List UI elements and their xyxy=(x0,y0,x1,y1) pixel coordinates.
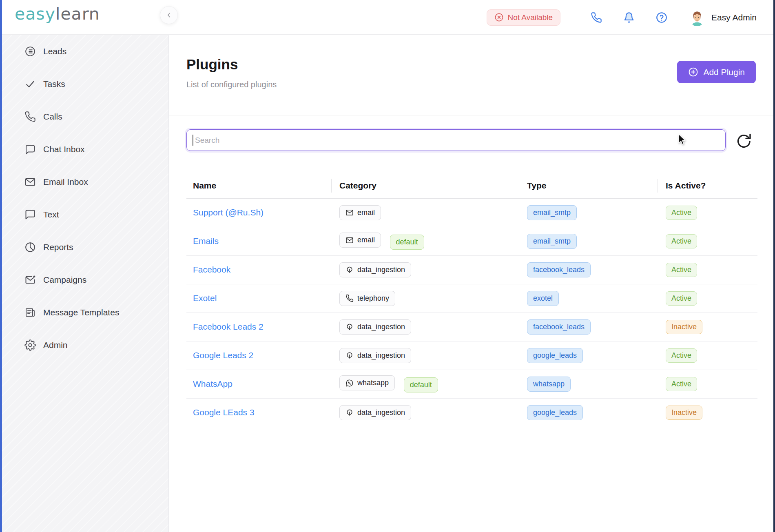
column-header-is-active: Is Active? xyxy=(658,173,757,198)
checkmark-icon xyxy=(24,78,36,90)
bell-icon[interactable] xyxy=(623,12,635,23)
page-header: Plugins List of configured plugins Add P… xyxy=(169,35,775,115)
phone-topbar-icon[interactable] xyxy=(591,12,602,23)
plus-circle-icon xyxy=(688,67,698,77)
type-badge: facebook_leads xyxy=(527,319,591,335)
sidebar-collapse-button[interactable] xyxy=(160,6,178,24)
availability-status-label: Not Available xyxy=(508,13,553,22)
plugin-name-link[interactable]: Google Leads 2 xyxy=(193,350,253,360)
plugin-name-link[interactable]: WhatsApp xyxy=(193,379,232,388)
x-circle-icon xyxy=(494,13,504,22)
default-badge: default xyxy=(404,377,438,392)
table-row: Google Leads 2 data_ingestion google_lea… xyxy=(186,341,757,370)
window-edge-left xyxy=(0,0,2,532)
category-badge: telephony xyxy=(339,291,395,306)
table-row: Google LEads 3 data_ingestion google_lea… xyxy=(186,398,757,427)
type-badge: google_leads xyxy=(527,405,583,420)
chevron-left-icon xyxy=(165,11,173,19)
envelope-icon xyxy=(24,176,36,188)
cloud-upload-icon xyxy=(345,323,354,331)
type-badge: email_smtp xyxy=(527,205,577,220)
type-badge: google_leads xyxy=(527,348,583,363)
sidebar-item-email-inbox[interactable]: Email Inbox xyxy=(2,166,168,198)
category-badge: email xyxy=(339,205,381,220)
table-row: Facebook Leads 2 data_ingestion facebook… xyxy=(186,313,757,341)
sidebar-item-text[interactable]: Text xyxy=(2,198,168,231)
main-content: Name Category Type Is Active? Support (@… xyxy=(169,116,775,532)
status-badge: Active xyxy=(666,206,697,220)
type-badge: facebook_leads xyxy=(527,262,591,277)
category-label: email xyxy=(357,208,375,217)
whatsapp-icon xyxy=(345,379,354,387)
table-row: Exotel telephony exotel Active xyxy=(186,284,757,313)
page-subtitle: List of configured plugins xyxy=(186,79,277,90)
sidebar-item-calls[interactable]: Calls xyxy=(2,100,168,133)
cloud-upload-icon xyxy=(345,266,354,274)
plugin-name-link[interactable]: Support (@Ru.Sh) xyxy=(193,208,264,217)
window-edge-right xyxy=(773,0,775,532)
type-badge: exotel xyxy=(527,291,559,306)
document-lines-icon xyxy=(24,307,36,318)
leads-icon xyxy=(24,46,36,57)
sidebar-item-reports[interactable]: Reports xyxy=(2,231,168,264)
message-square-icon xyxy=(24,209,36,220)
type-badge: email_smtp xyxy=(527,234,577,249)
user-name[interactable]: Easy Admin xyxy=(711,13,757,22)
chat-bubble-icon xyxy=(24,144,36,155)
refresh-icon xyxy=(735,132,751,148)
column-header-category: Category xyxy=(331,173,519,198)
table-row: Emails email default email_smtp Active xyxy=(186,227,757,255)
gear-icon xyxy=(24,339,36,351)
table-row: Facebook data_ingestion facebook_leads A… xyxy=(186,255,757,284)
status-badge: Active xyxy=(666,291,697,306)
user-avatar[interactable] xyxy=(689,9,706,26)
sidebar: Leads Tasks Calls Chat Inbox Email Inbox… xyxy=(2,35,169,532)
search-input[interactable] xyxy=(186,129,726,151)
category-badge: data_ingestion xyxy=(339,405,411,420)
plugin-name-link[interactable]: Exotel xyxy=(193,293,217,303)
phone-icon xyxy=(24,111,36,122)
sidebar-item-message-templates[interactable]: Message Templates xyxy=(2,296,168,329)
category-label: data_ingestion xyxy=(357,266,405,274)
plugin-name-link[interactable]: Emails xyxy=(193,236,219,246)
text-caret xyxy=(193,135,193,146)
column-header-type: Type xyxy=(519,173,658,198)
refresh-button[interactable] xyxy=(733,130,753,150)
cloud-upload-icon xyxy=(345,408,354,417)
plugin-name-link[interactable]: Facebook Leads 2 xyxy=(193,322,264,331)
sidebar-item-chat-inbox[interactable]: Chat Inbox xyxy=(2,133,168,166)
logo-part-easy: easy xyxy=(15,4,55,24)
plugins-table: Name Category Type Is Active? Support (@… xyxy=(186,173,757,427)
cloud-upload-icon xyxy=(345,351,354,359)
category-label: data_ingestion xyxy=(357,323,405,331)
category-label: telephony xyxy=(357,294,389,303)
table-header-row: Name Category Type Is Active? xyxy=(186,173,757,198)
table-row: WhatsApp whatsapp default whatsapp Activ… xyxy=(186,370,757,398)
status-badge: Active xyxy=(666,234,697,248)
plugins-table-body: Support (@Ru.Sh) email email_smtp Active… xyxy=(186,198,757,427)
category-badge: data_ingestion xyxy=(339,348,411,363)
app-logo: easylearn xyxy=(15,4,100,24)
sidebar-item-tasks[interactable]: Tasks xyxy=(2,68,168,100)
pie-chart-icon xyxy=(24,242,36,253)
add-plugin-label: Add Plugin xyxy=(703,67,745,77)
table-row: Support (@Ru.Sh) email email_smtp Active xyxy=(186,198,757,227)
sidebar-item-admin[interactable]: Admin xyxy=(2,329,168,361)
logo-part-learn: learn xyxy=(55,4,100,24)
status-badge: Active xyxy=(666,348,697,363)
category-badge: email xyxy=(339,233,381,248)
add-plugin-button[interactable]: Add Plugin xyxy=(677,61,756,83)
sidebar-item-campaigns[interactable]: Campaigns xyxy=(2,264,168,296)
availability-status-badge[interactable]: Not Available xyxy=(487,9,561,26)
plugin-name-link[interactable]: Google LEads 3 xyxy=(193,408,255,417)
category-badge: data_ingestion xyxy=(339,319,411,335)
category-badge: whatsapp xyxy=(339,375,395,390)
help-icon[interactable] xyxy=(656,12,667,23)
sidebar-item-leads[interactable]: Leads xyxy=(2,35,168,68)
campaign-envelope-icon xyxy=(24,274,36,286)
category-badge: data_ingestion xyxy=(339,262,411,277)
status-badge: Active xyxy=(666,377,697,391)
plugin-name-link[interactable]: Facebook xyxy=(193,265,230,274)
category-label: whatsapp xyxy=(357,379,389,387)
phone-icon xyxy=(345,294,354,302)
